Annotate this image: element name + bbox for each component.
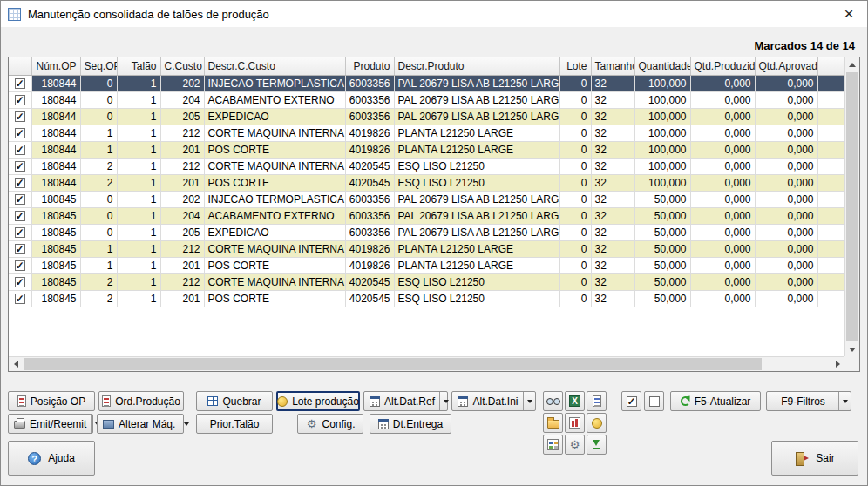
table-row[interactable]: 18084501204ACABAMENTO EXTERNO6003356PAL … (9, 207, 844, 224)
table-row[interactable]: 18084521201POS CORTE4020545ESQ LISO L212… (9, 290, 844, 307)
dropdown-arrow-icon[interactable] (523, 392, 535, 410)
config-button[interactable]: Config. (297, 414, 363, 434)
scroll-down-button[interactable] (845, 342, 859, 356)
row-checkbox[interactable] (15, 95, 25, 105)
cell-qtd_aprovada: 0,000 (755, 174, 817, 191)
emit-reemit-button[interactable]: Emit/Reemit (8, 414, 93, 434)
row-select-cell[interactable] (9, 91, 31, 108)
row-select-cell[interactable] (9, 191, 31, 207)
f9-filtros-button[interactable]: F9-Filtros (766, 391, 851, 411)
row-select-cell[interactable] (9, 174, 31, 191)
column-header-qtd_aprovada[interactable]: Qtd.Aprovada (755, 57, 817, 75)
row-select-cell[interactable] (9, 125, 31, 141)
settings-button[interactable] (565, 435, 585, 455)
alt-dat-ref-button[interactable]: Alt.Dat.Ref (363, 391, 448, 411)
cell-descr_c_custo: CORTE MAQUINA INTERNA (204, 240, 345, 257)
download-button[interactable] (587, 435, 607, 455)
scroll-left-button[interactable] (9, 357, 23, 371)
table-row[interactable]: 18084401204ACABAMENTO EXTERNO6003356PAL … (9, 91, 844, 108)
horizontal-scrollbar[interactable] (9, 356, 844, 371)
excel-export-button[interactable] (565, 391, 585, 411)
ajuda-button[interactable]: Ajuda (8, 441, 95, 476)
row-checkbox[interactable] (15, 128, 25, 138)
table-row[interactable]: 18084521212CORTE MAQUINA INTERNA4020545E… (9, 273, 844, 290)
dropdown-arrow-icon[interactable] (439, 392, 451, 410)
column-header-produto[interactable]: Produto (345, 57, 394, 75)
vertical-scrollbar[interactable] (844, 57, 859, 356)
uncheck-all-button[interactable] (644, 391, 664, 411)
table-row[interactable]: 18084411201POS CORTE4019826PLANTA L21250… (9, 141, 844, 158)
row-select-cell[interactable] (9, 224, 31, 240)
column-header-descr_produto[interactable]: Descr.Produto (394, 57, 559, 75)
row-select-cell[interactable] (9, 207, 31, 224)
preview-button[interactable] (543, 391, 563, 411)
row-checkbox[interactable] (15, 178, 25, 188)
column-header-lote[interactable]: Lote (559, 57, 591, 75)
lote-producao-button[interactable]: Lote produção (276, 391, 360, 411)
row-checkbox[interactable] (15, 244, 25, 254)
row-checkbox[interactable] (15, 294, 25, 304)
row-checkbox[interactable] (15, 194, 25, 205)
chart-button[interactable] (565, 413, 585, 433)
column-header-select[interactable] (9, 57, 31, 75)
posicao-op-button[interactable]: Posição OP (8, 391, 95, 411)
column-header-num_op[interactable]: Núm.OP (31, 57, 80, 75)
row-checkbox[interactable] (15, 78, 25, 89)
row-select-cell[interactable] (9, 75, 31, 91)
vertical-scroll-thumb[interactable] (846, 72, 858, 341)
quebrar-button[interactable]: Quebrar (196, 391, 273, 411)
horizontal-scroll-thumb[interactable] (24, 358, 762, 370)
row-select-cell[interactable] (9, 290, 31, 307)
row-checkbox[interactable] (15, 111, 25, 122)
table-row[interactable]: 18084511201POS CORTE4019826PLANTA L21250… (9, 257, 844, 273)
table-row[interactable]: 18084411212CORTE MAQUINA INTERNA4019826P… (9, 125, 844, 141)
column-header-quantidade[interactable]: Quantidade (634, 57, 690, 75)
sair-button[interactable]: Sair (771, 441, 858, 476)
column-header-descr_c_custo[interactable]: Descr.C.Custo (204, 57, 345, 75)
open-folder-button[interactable] (543, 413, 563, 433)
dropdown-arrow-icon[interactable] (838, 392, 851, 410)
scroll-right-button[interactable] (831, 357, 844, 371)
row-select-cell[interactable] (9, 158, 31, 174)
table-row[interactable]: 18084501205EXPEDICAO6003356PAL 20679 LIS… (9, 224, 844, 240)
close-button[interactable] (831, 1, 867, 27)
row-checkbox[interactable] (15, 161, 25, 172)
dt-entrega-button[interactable]: Dt.Entrega (370, 414, 451, 434)
scroll-up-button[interactable] (845, 57, 859, 71)
column-header-c_custo[interactable]: C.Custo (160, 57, 204, 75)
table-row[interactable]: 18084501202INJECAO TERMOPLASTICA6003356P… (9, 191, 844, 207)
prior-talao-button[interactable]: Prior.Talão (196, 414, 273, 434)
report-button[interactable] (587, 391, 607, 411)
row-checkbox[interactable] (15, 277, 25, 287)
check-all-button[interactable] (621, 391, 641, 411)
row-checkbox[interactable] (15, 227, 25, 238)
row-checkbox[interactable] (15, 260, 25, 271)
column-header-talao[interactable]: Talão (117, 57, 160, 75)
column-header-qtd_produzida[interactable]: Qtd.Produzida (690, 57, 755, 75)
dropdown-arrow-icon[interactable] (180, 415, 192, 433)
row-select-cell[interactable] (9, 273, 31, 290)
alterar-maq-button[interactable]: Alterar Máq. (97, 414, 184, 434)
ord-producao-button[interactable]: Ord.Produção (98, 391, 184, 411)
row-select-cell[interactable] (9, 141, 31, 158)
table-row[interactable]: 18084421201POS CORTE4020545ESQ LISO L212… (9, 174, 844, 191)
cell-descr_produto: ESQ LISO L21250 (394, 174, 559, 191)
table-row[interactable]: 18084401202INJECAO TERMOPLASTICA6003356P… (9, 75, 844, 91)
cell-talao: 1 (117, 174, 160, 191)
row-checkbox[interactable] (15, 211, 25, 221)
row-select-cell[interactable] (9, 257, 31, 273)
cell-c_custo: 204 (160, 207, 204, 224)
spreadsheet-button[interactable] (543, 435, 563, 455)
row-select-cell[interactable] (9, 240, 31, 257)
row-select-cell[interactable] (9, 108, 31, 125)
f5-atualizar-button[interactable]: F5-Atualizar (670, 391, 761, 411)
column-header-seq_op[interactable]: Seq.OP (80, 57, 117, 75)
table-row[interactable]: 18084421212CORTE MAQUINA INTERNA4020545E… (9, 158, 844, 174)
row-checkbox[interactable] (15, 145, 25, 155)
table-row[interactable]: 18084511212CORTE MAQUINA INTERNA4019826P… (9, 240, 844, 257)
cell-quantidade: 100,000 (634, 158, 690, 174)
alt-dat-ini-button[interactable]: Alt.Dat.Ini (451, 391, 536, 411)
column-header-tamanho[interactable]: Tamanho (591, 57, 634, 75)
money-button[interactable] (587, 413, 607, 433)
table-row[interactable]: 18084401205EXPEDICAO6003356PAL 20679 LIS… (9, 108, 844, 125)
